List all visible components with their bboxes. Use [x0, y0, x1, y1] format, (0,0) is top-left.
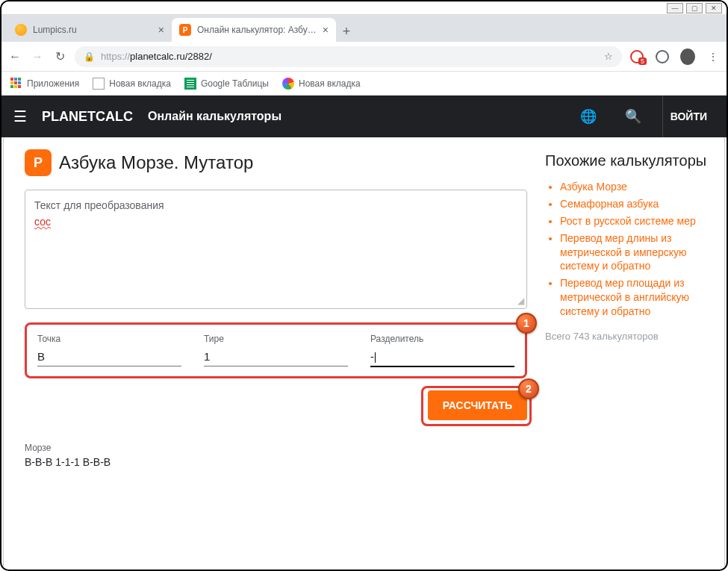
- page-title: Азбука Морзе. Мутатор: [59, 152, 253, 173]
- related-list: Азбука Морзе Семафорная азбука Рост в ру…: [545, 180, 709, 319]
- browser-menu-button[interactable]: ⋮: [706, 49, 721, 64]
- sidebar: Похожие калькуляторы Азбука Морзе Семафо…: [545, 149, 709, 570]
- picasa-icon: [282, 78, 294, 90]
- tab-title: Lumpics.ru: [33, 25, 152, 35]
- result-block: Морзе B-B-B 1-1-1 B-B-B: [25, 443, 527, 468]
- dash-param: Тире 1: [204, 334, 348, 367]
- tab-title: Онлайн калькулятор: Азбука М…: [197, 25, 317, 35]
- user-avatar[interactable]: [680, 49, 695, 64]
- login-button[interactable]: ВОЙТИ: [662, 96, 715, 137]
- separator-label: Разделитель: [370, 334, 514, 344]
- text-input-area[interactable]: Текст для преобразования сос: [25, 190, 527, 309]
- tab-close-icon[interactable]: ×: [158, 24, 164, 36]
- tab-planetcalc[interactable]: P Онлайн калькулятор: Азбука М… ×: [172, 18, 336, 42]
- window-title-bar: — ▢ ✕: [1, 1, 727, 15]
- textarea-label: Текст для преобразования: [34, 199, 517, 211]
- related-link[interactable]: Перевод мер площади из метрической в анг…: [560, 276, 709, 319]
- main-column: P Азбука Морзе. Мутатор Текст для преобр…: [25, 149, 527, 570]
- site-subtitle: Онлайн калькуляторы: [148, 110, 281, 123]
- bookmarks-bar: Приложения Новая вкладка Google Таблицы …: [1, 72, 727, 96]
- brand-name[interactable]: PLANETCALC: [42, 109, 133, 125]
- params-highlight-box: Точка В Тире 1 Разделитель - 1: [25, 322, 527, 378]
- calculate-button[interactable]: РАССЧИТАТЬ: [428, 390, 527, 420]
- tab-close-icon[interactable]: ×: [323, 24, 329, 36]
- dash-label: Тире: [204, 334, 348, 344]
- menu-burger-icon[interactable]: ☰: [13, 107, 27, 125]
- star-icon[interactable]: ☆: [604, 51, 613, 62]
- nav-reload-button[interactable]: ↻: [52, 49, 67, 64]
- dash-input[interactable]: 1: [204, 347, 348, 366]
- adblock-count-badge: 5: [638, 57, 647, 65]
- related-link[interactable]: Рост в русской системе мер: [560, 214, 709, 228]
- related-link[interactable]: Азбука Морзе: [560, 180, 709, 194]
- sidebar-footer: Всего 743 калькуляторов: [545, 329, 709, 344]
- bookmark-newtab-2[interactable]: Новая вкладка: [282, 78, 361, 90]
- dot-label: Точка: [37, 334, 181, 344]
- new-tab-button[interactable]: +: [336, 21, 357, 42]
- adblock-extension-icon[interactable]: 5: [629, 49, 644, 64]
- address-bar[interactable]: 🔒 https://planetcalc.ru/2882/ ☆: [75, 46, 622, 67]
- globe-extension-icon[interactable]: [655, 49, 670, 64]
- resize-handle-icon[interactable]: ◢: [517, 296, 524, 306]
- dot-input[interactable]: В: [37, 347, 181, 366]
- url-protocol: https://: [101, 51, 130, 62]
- sidebar-title: Похожие калькуляторы: [545, 152, 709, 169]
- apps-grid-icon: [10, 78, 22, 90]
- sheets-icon: [184, 78, 196, 90]
- browser-tab-strip: Lumpics.ru × P Онлайн калькулятор: Азбук…: [1, 15, 727, 42]
- nav-forward-button[interactable]: →: [30, 49, 45, 64]
- bookmark-apps[interactable]: Приложения: [10, 78, 79, 90]
- site-header: ☰ PLANETCALC Онлайн калькуляторы 🌐 🔍 ВОЙ…: [1, 96, 727, 137]
- url-text: planetcalc.ru/2882/: [130, 51, 212, 62]
- tab-lumpics[interactable]: Lumpics.ru ×: [7, 18, 172, 42]
- dot-param: Точка В: [37, 334, 181, 367]
- nav-back-button[interactable]: ←: [7, 49, 22, 64]
- app-window: — ▢ ✕ Lumpics.ru × P Онлайн калькулятор:…: [0, 0, 728, 571]
- lock-icon: 🔒: [84, 52, 95, 62]
- result-value: B-B-B 1-1-1 B-B-B: [25, 456, 527, 468]
- annotation-badge-1: 1: [516, 313, 537, 334]
- related-link[interactable]: Семафорная азбука: [560, 197, 709, 211]
- annotation-badge-2: 2: [518, 378, 539, 399]
- separator-param: Разделитель -: [370, 334, 514, 367]
- bookmark-google-sheets[interactable]: Google Таблицы: [184, 78, 269, 90]
- calculator-logo-icon: P: [25, 149, 52, 176]
- window-minimize-button[interactable]: —: [667, 3, 683, 13]
- search-icon[interactable]: 🔍: [625, 108, 641, 125]
- window-close-button[interactable]: ✕: [706, 3, 722, 13]
- result-label: Морзе: [25, 443, 527, 453]
- planetcalc-favicon-icon: P: [179, 24, 191, 36]
- related-link[interactable]: Перевод мер длины из метрической в импер…: [560, 231, 709, 274]
- bookmark-newtab-1[interactable]: Новая вкладка: [93, 78, 171, 90]
- window-maximize-button[interactable]: ▢: [686, 3, 703, 13]
- page-icon: [93, 78, 105, 90]
- separator-input[interactable]: -: [370, 347, 514, 367]
- textarea-value: сос: [34, 216, 517, 228]
- page-content: P Азбука Морзе. Мутатор Текст для преобр…: [3, 137, 725, 570]
- browser-toolbar: ← → ↻ 🔒 https://planetcalc.ru/2882/ ☆ 5 …: [1, 42, 727, 72]
- language-globe-icon[interactable]: 🌐: [580, 108, 597, 125]
- lumpics-favicon-icon: [15, 24, 27, 36]
